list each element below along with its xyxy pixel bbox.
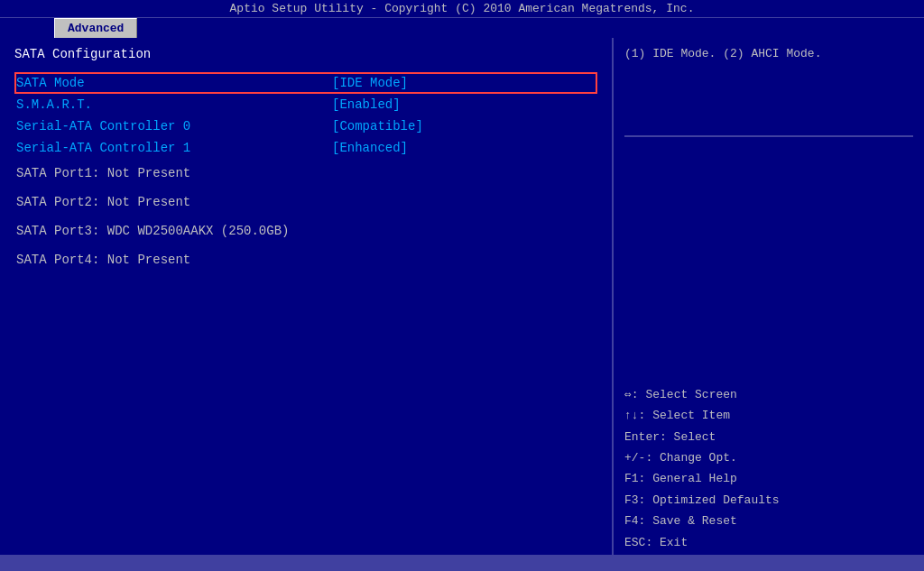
- right-panel: (1) IDE Mode. (2) AHCI Mode. ⇔: Select S…: [614, 38, 924, 562]
- port-item-2: SATA Port2: Not Present: [14, 188, 597, 216]
- help-text: (1) IDE Mode. (2) AHCI Mode.: [624, 47, 913, 137]
- shortcut-change-opt-label: +/-: Change Opt.: [624, 447, 737, 468]
- port-item-1: SATA Port1: Not Present: [14, 159, 597, 188]
- shortcut-save-reset: F4: Save & Reset: [624, 511, 913, 531]
- smart-label: S.M.A.R.T.: [16, 97, 332, 112]
- sata-mode-label: SATA Mode: [16, 76, 332, 90]
- shortcut-select-screen: ⇔: Select Screen: [624, 384, 913, 405]
- tab-row: Advanced: [0, 18, 924, 38]
- sata-ctrl0-label: Serial-ATA Controller 0: [16, 119, 332, 134]
- config-item-smart[interactable]: S.M.A.R.T. [Enabled]: [14, 94, 597, 115]
- left-panel: SATA Configuration SATA Mode [IDE Mode] …: [0, 38, 614, 562]
- shortcut-change-opt: +/-: Change Opt.: [624, 447, 913, 468]
- main-layout: SATA Configuration SATA Mode [IDE Mode] …: [0, 38, 924, 562]
- shortcut-exit-label: ESC: Exit: [624, 532, 688, 553]
- shortcut-exit: ESC: Exit: [624, 532, 913, 553]
- shortcut-enter-select-label: Enter: Select: [624, 427, 716, 447]
- shortcut-optimized-defaults: F3: Optimized Defaults: [624, 490, 913, 511]
- port-item-3: SATA Port3: WDC WD2500AAKX (250.0GB): [14, 216, 597, 245]
- port-item-4: SATA Port4: Not Present: [14, 245, 597, 274]
- shortcut-general-help: F1: General Help: [624, 468, 913, 489]
- config-item-sata-ctrl0[interactable]: Serial-ATA Controller 0 [Compatible]: [14, 115, 597, 137]
- section-title: SATA Configuration: [14, 47, 597, 61]
- config-item-sata-mode[interactable]: SATA Mode [IDE Mode]: [14, 72, 597, 94]
- header-bar: Aptio Setup Utility - Copyright (C) 2010…: [0, 0, 924, 18]
- smart-value: [Enabled]: [332, 97, 401, 112]
- shortcut-enter-select: Enter: Select: [624, 427, 913, 447]
- header-title: Aptio Setup Utility - Copyright (C) 2010…: [230, 2, 695, 15]
- sata-ctrl1-value: [Enhanced]: [332, 141, 408, 155]
- shortcuts-list: ⇔: Select Screen ↑↓: Select Item Enter: …: [624, 384, 913, 553]
- shortcut-save-reset-label: F4: Save & Reset: [624, 511, 737, 531]
- tab-advanced[interactable]: Advanced: [54, 18, 137, 38]
- shortcut-select-item: ↑↓: Select Item: [624, 405, 913, 426]
- shortcut-optimized-defaults-label: F3: Optimized Defaults: [624, 490, 780, 511]
- config-item-sata-ctrl1[interactable]: Serial-ATA Controller 1 [Enhanced]: [14, 137, 597, 159]
- sata-ctrl1-label: Serial-ATA Controller 1: [16, 141, 332, 155]
- shortcut-general-help-label: F1: General Help: [624, 468, 737, 489]
- sata-mode-value: [IDE Mode]: [332, 76, 408, 90]
- bottom-bar: [0, 555, 924, 571]
- shortcut-select-screen-label: ⇔: Select Screen: [624, 384, 737, 405]
- shortcut-select-item-label: ↑↓: Select Item: [624, 405, 730, 426]
- sata-ctrl0-value: [Compatible]: [332, 119, 423, 134]
